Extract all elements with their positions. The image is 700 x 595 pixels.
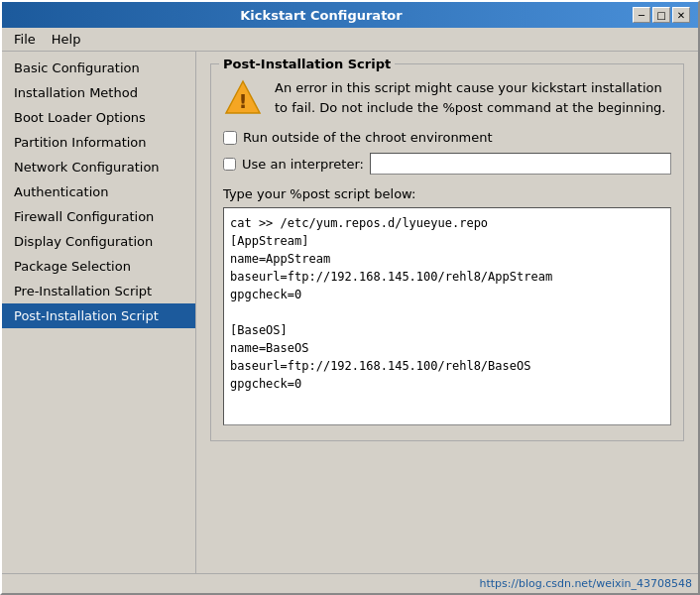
title-bar: Kickstart Configurator ─ □ ✕ <box>2 2 698 28</box>
sidebar-item-authentication[interactable]: Authentication <box>2 179 195 204</box>
title-bar-buttons: ─ □ ✕ <box>633 7 690 23</box>
warning-box: ! An error in this script might cause yo… <box>223 78 671 118</box>
maximize-button[interactable]: □ <box>652 7 670 23</box>
sidebar-item-firewall-configuration[interactable]: Firewall Configuration <box>2 204 195 229</box>
menubar: File Help <box>2 28 698 52</box>
interpreter-checkbox[interactable] <box>223 158 236 171</box>
main-window: Kickstart Configurator ─ □ ✕ File Help B… <box>0 0 700 595</box>
content-area: Basic Configuration Installation Method … <box>2 52 698 573</box>
interpreter-row: Use an interpreter: <box>223 153 671 175</box>
minimize-button[interactable]: ─ <box>633 7 650 23</box>
svg-text:!: ! <box>238 89 247 113</box>
sidebar-item-pre-installation-script[interactable]: Pre-Installation Script <box>2 279 195 303</box>
warning-message: An error in this script might cause your… <box>275 78 671 117</box>
script-label: Type your %post script below: <box>223 186 671 201</box>
sidebar-item-network-configuration[interactable]: Network Configuration <box>2 155 195 179</box>
sidebar-item-display-configuration[interactable]: Display Configuration <box>2 229 195 254</box>
sidebar: Basic Configuration Installation Method … <box>2 52 196 573</box>
statusbar: https://blog.csdn.net/weixin_43708548 <box>2 573 698 593</box>
menu-file[interactable]: File <box>6 30 44 49</box>
section-legend: Post-Installation Script <box>219 57 395 71</box>
close-button[interactable]: ✕ <box>672 7 690 23</box>
chroot-checkbox-row: Run outside of the chroot environment <box>223 130 671 145</box>
sidebar-item-package-selection[interactable]: Package Selection <box>2 254 195 279</box>
sidebar-item-basic-configuration[interactable]: Basic Configuration <box>2 56 195 80</box>
post-installation-section: Post-Installation Script ! An error in t… <box>210 63 684 441</box>
sidebar-item-installation-method[interactable]: Installation Method <box>2 80 195 105</box>
sidebar-item-post-installation-script[interactable]: Post-Installation Script <box>2 303 195 328</box>
script-textarea[interactable] <box>223 207 671 425</box>
main-panel: Post-Installation Script ! An error in t… <box>196 52 698 573</box>
chroot-label: Run outside of the chroot environment <box>243 130 493 145</box>
interpreter-label: Use an interpreter: <box>242 157 364 172</box>
window-title: Kickstart Configurator <box>10 8 633 23</box>
interpreter-input[interactable] <box>370 153 671 175</box>
statusbar-text: https://blog.csdn.net/weixin_43708548 <box>479 577 692 590</box>
chroot-checkbox[interactable] <box>223 131 237 145</box>
warning-icon: ! <box>223 78 263 118</box>
menu-help[interactable]: Help <box>44 30 89 49</box>
sidebar-item-partition-information[interactable]: Partition Information <box>2 130 195 155</box>
sidebar-item-boot-loader-options[interactable]: Boot Loader Options <box>2 105 195 130</box>
